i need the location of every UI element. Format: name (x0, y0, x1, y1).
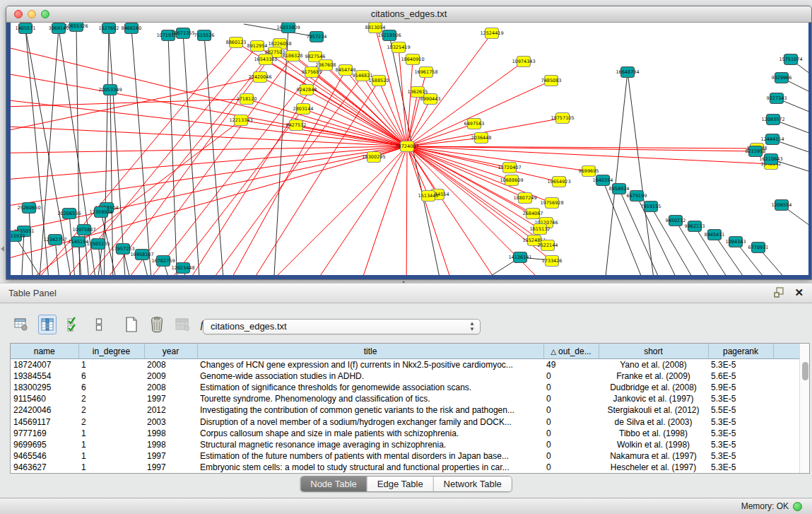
column-header-in_degree[interactable]: in_degree (78, 344, 144, 359)
table-cell[interactable]: 0 (543, 370, 599, 382)
table-cell[interactable]: Jankovic et al. (1997) (599, 393, 708, 404)
column-header-name[interactable]: name (11, 344, 78, 359)
table-cell[interactable]: 1 (78, 428, 144, 439)
table-cell[interactable]: 5.3E-5 (708, 393, 773, 404)
tab-network-table[interactable]: Network Table (434, 477, 512, 491)
network-node[interactable]: 8860123 (226, 37, 247, 48)
float-panel-icon[interactable] (774, 287, 784, 298)
table-cell[interactable]: 49 (543, 359, 599, 371)
table-cell[interactable]: 1997 (144, 462, 197, 473)
table-cell[interactable]: 1 (78, 439, 144, 450)
table-cell[interactable]: Investigating the contribution of common… (197, 404, 543, 416)
table-cell[interactable]: 0 (543, 462, 599, 473)
table-cell[interactable]: Structural magnetic resonance image aver… (197, 439, 543, 450)
window-titlebar[interactable]: citations_edges.txt (6, 6, 811, 23)
table-cell[interactable]: Dudbridge et al. (2008) (599, 382, 708, 393)
panel-collapse-handle[interactable] (1, 246, 4, 252)
table-cell[interactable] (773, 382, 799, 393)
network-node[interactable]: 16782759 (151, 256, 175, 267)
network-node[interactable]: 12524419 (480, 28, 503, 39)
table-cell[interactable]: 0 (543, 393, 599, 404)
table-cell[interactable]: 5.5E-5 (708, 404, 773, 416)
network-edge[interactable] (407, 72, 426, 146)
table-row[interactable]: 977716911998Corpus callosum shape and si… (11, 428, 799, 439)
column-header-out_de...[interactable]: △out_de... (543, 344, 599, 359)
table-cell[interactable]: 5.3E-5 (708, 462, 773, 473)
network-node[interactable]: 19654923 (547, 177, 570, 187)
zoom-window-button[interactable] (41, 10, 49, 18)
network-node[interactable]: 16033809 (276, 23, 300, 33)
table-cell[interactable] (773, 450, 799, 462)
network-node[interactable]: 1640354 (593, 175, 613, 186)
table-cell[interactable]: 0 (543, 404, 599, 416)
table-cell[interactable]: Tourette syndrome. Phenomenology and cla… (197, 393, 543, 404)
table-cell[interactable]: Estimation of significance thresholds fo… (197, 382, 543, 393)
network-node[interactable]: 15751074 (779, 54, 802, 65)
table-cell[interactable]: 0 (543, 382, 599, 393)
network-node[interactable]: 2718120 (237, 94, 257, 105)
network-node[interactable]: 18325419 (387, 42, 410, 53)
network-node[interactable]: 6770931 (748, 243, 769, 253)
table-cell[interactable]: 2003 (144, 416, 197, 427)
column-header-title[interactable]: title (197, 344, 543, 359)
network-node[interactable]: 16648784 (616, 67, 639, 78)
table-cell[interactable]: Yano et al. (2008) (599, 359, 708, 371)
table-row[interactable]: 1938455462009Genome-wide association stu… (11, 370, 799, 382)
network-node[interactable]: 8466160 (122, 23, 142, 34)
network-node[interactable]: 7515526 (194, 30, 215, 41)
table-cell[interactable] (773, 359, 799, 371)
table-cell[interactable]: 5.9E-5 (708, 382, 773, 393)
network-canvas[interactable]: 1872400788601238912954182260589827503165… (11, 23, 808, 275)
table-cell[interactable] (773, 439, 799, 450)
network-node[interactable]: 14136141 (508, 252, 531, 263)
table-cell[interactable]: 5.3E-5 (708, 428, 773, 439)
table-cell[interactable]: 2 (78, 404, 144, 416)
network-edge[interactable] (307, 90, 407, 146)
table-cell[interactable]: 18300295 (11, 382, 78, 393)
table-cell[interactable]: 1998 (144, 439, 197, 450)
table-cell[interactable] (773, 370, 799, 382)
network-node[interactable]: 1733426 (542, 256, 563, 267)
table-cell[interactable]: 5.3E-5 (708, 450, 773, 462)
table-cell[interactable]: Nakamura et al. (1997) (599, 450, 708, 462)
memory-ok-indicator[interactable] (793, 502, 802, 511)
table-cell[interactable]: 22420046 (11, 404, 78, 416)
table-cell[interactable]: 1 (78, 462, 144, 473)
table-cell[interactable]: 0 (543, 416, 599, 427)
network-edge[interactable] (204, 35, 224, 275)
network-node[interactable]: 7857224 (307, 32, 327, 42)
network-edge[interactable] (159, 109, 303, 275)
table-cell[interactable]: 5.6E-5 (708, 370, 773, 382)
table-cell[interactable]: 5.3E-5 (708, 416, 773, 427)
table-cell[interactable]: 1 (78, 450, 144, 462)
network-edge[interactable] (407, 146, 437, 194)
table-cell[interactable]: Disruption of a novel member of a sodium… (197, 416, 543, 427)
network-edge[interactable] (357, 146, 407, 275)
row-selection-icon[interactable] (65, 315, 82, 334)
network-node[interactable]: 20053349 (98, 85, 122, 95)
network-edge[interactable] (201, 76, 363, 275)
network-view-window[interactable]: citations_edges.txt 18724007886012389129… (6, 6, 812, 280)
network-node[interactable]: 18757105 (551, 113, 574, 124)
table-scrollbar[interactable] (799, 344, 809, 473)
table-cell[interactable]: 5.3E-5 (708, 439, 773, 450)
minimize-window-button[interactable] (28, 10, 36, 18)
network-edge[interactable] (407, 99, 430, 146)
delete-table-icon[interactable] (148, 315, 165, 334)
table-cell[interactable]: Stergiakouli et al. (2012) (599, 404, 708, 416)
table-cell[interactable] (773, 404, 799, 416)
network-edge[interactable] (619, 189, 664, 275)
column-header-pagerank[interactable]: pagerank (708, 344, 773, 359)
table-cell[interactable]: Wolkin et al. (1998) (599, 439, 708, 450)
table-mode-icon[interactable] (90, 315, 107, 334)
network-edge[interactable] (604, 72, 628, 275)
network-edge[interactable] (183, 33, 200, 275)
table-cell[interactable]: 2008 (144, 382, 197, 393)
network-node[interactable]: 15720407 (498, 163, 521, 173)
table-cell[interactable]: Hescheler et al. (1997) (599, 462, 708, 473)
table-cell[interactable]: Embryonic stem cells: a model to study s… (197, 462, 543, 473)
column-header-filler[interactable] (773, 344, 799, 359)
network-node[interactable]: 10974343 (512, 57, 535, 67)
close-panel-icon[interactable]: ✕ (794, 287, 804, 298)
network-edge[interactable] (11, 146, 407, 153)
